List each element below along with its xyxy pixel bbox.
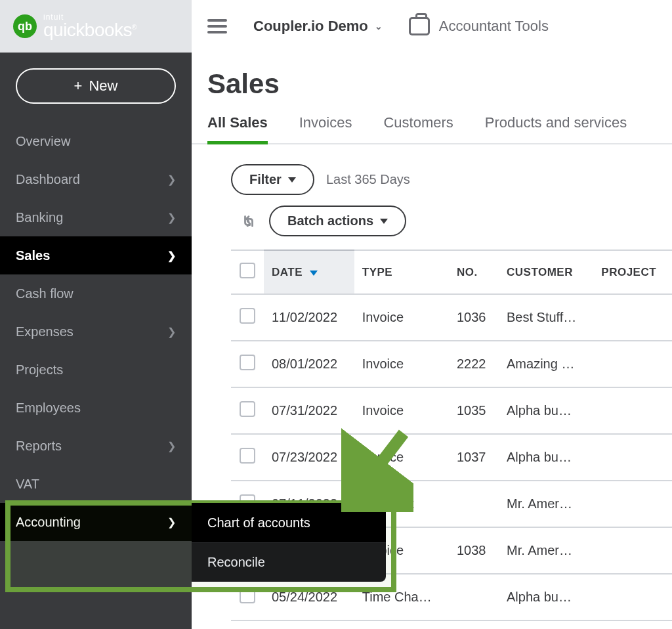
import-arrow-icon[interactable] — [242, 212, 256, 230]
nav-item-banking[interactable]: Banking ❯ — [0, 198, 192, 236]
row-checkbox[interactable] — [240, 308, 255, 324]
filter-row-1: Filter Last 365 Days — [192, 144, 672, 200]
cell-date: 11/02/2022 — [264, 294, 354, 341]
nav-item-cash-flow[interactable]: Cash flow — [0, 274, 192, 313]
logo-icon: qb — [13, 14, 37, 38]
nav-item-accounting[interactable]: Accounting ❯ Chart of accounts Reconcile — [0, 503, 192, 541]
submenu-label: Chart of accounts — [207, 515, 310, 531]
nav-label: Dashboard — [16, 172, 80, 187]
tab-invoices[interactable]: Invoices — [299, 114, 352, 143]
batch-actions-label: Batch actions — [287, 213, 373, 228]
row-checkbox[interactable] — [240, 401, 255, 417]
cell-customer: Mr. Amer… — [499, 481, 593, 527]
cell-type: Invoice — [354, 341, 449, 387]
chevron-right-icon: ❯ — [167, 516, 176, 529]
cell-customer: Alpha bu… — [499, 387, 593, 434]
nav-label: Sales — [16, 248, 50, 263]
accountant-tools-button[interactable]: Accountant Tools — [409, 17, 549, 35]
checkbox[interactable] — [240, 263, 255, 278]
chevron-right-icon: ❯ — [167, 173, 176, 186]
cell-customer: Best Stuff… — [499, 294, 593, 341]
org-switcher[interactable]: Coupler.io Demo ⌄ — [253, 18, 383, 35]
th-label: DATE — [272, 266, 303, 278]
accountant-tools-label: Accountant Tools — [439, 18, 549, 35]
table-row[interactable]: 07/23/2022Invoice1037Alpha bu… — [231, 434, 672, 481]
org-name: Coupler.io Demo — [253, 18, 368, 35]
cell-project — [593, 387, 672, 434]
nav-label: Banking — [16, 210, 63, 225]
nav-label: Employees — [16, 401, 81, 416]
tab-products-services[interactable]: Products and services — [485, 114, 627, 143]
cell-no — [449, 574, 499, 620]
nav-item-dashboard[interactable]: Dashboard ❯ — [0, 160, 192, 198]
caret-down-icon — [380, 219, 388, 224]
sidebar: qb intuit quickbooks® + New Overview Das… — [0, 0, 192, 629]
cell-no: 1038 — [449, 527, 499, 574]
filter-range-text: Last 365 Days — [326, 172, 410, 187]
nav-item-reports[interactable]: Reports ❯ — [0, 427, 192, 465]
tab-customers[interactable]: Customers — [383, 114, 453, 143]
th-project[interactable]: PROJECT — [593, 250, 672, 294]
cell-customer: Alpha bu… — [499, 434, 593, 481]
chevron-right-icon: ❯ — [167, 249, 176, 262]
cell-project — [593, 481, 672, 527]
th-date[interactable]: DATE — [264, 250, 354, 294]
nav-list: Overview Dashboard ❯ Banking ❯ Sales ❯ C… — [0, 122, 192, 541]
cell-customer: Mr. Amer… — [499, 527, 593, 574]
logo-text: intuit quickbooks® — [43, 13, 136, 39]
submenu-reconcile[interactable]: Reconcile — [192, 542, 386, 582]
cell-date: 07/23/2022 — [264, 434, 354, 481]
nav-label: Cash flow — [16, 286, 74, 301]
accounting-submenu: Chart of accounts Reconcile — [192, 503, 386, 582]
cell-customer: Amazing … — [499, 341, 593, 387]
chevron-down-icon: ⌄ — [375, 21, 383, 32]
cell-project — [593, 294, 672, 341]
nav-label: Reports — [16, 439, 62, 454]
th-customer[interactable]: CUSTOMER — [499, 250, 593, 294]
table-row[interactable]: 07/31/2022Invoice1035Alpha bu… — [231, 387, 672, 434]
cell-project — [593, 341, 672, 387]
cell-no: 1037 — [449, 434, 499, 481]
logo-bar: qb intuit quickbooks® — [0, 0, 192, 53]
cell-project — [593, 434, 672, 481]
table-row[interactable]: 08/01/2022Invoice2222Amazing … — [231, 341, 672, 387]
row-checkbox[interactable] — [240, 355, 255, 370]
th-no[interactable]: NO. — [449, 250, 499, 294]
nav-item-overview[interactable]: Overview — [0, 122, 192, 160]
nav-item-sales[interactable]: Sales ❯ — [0, 236, 192, 274]
cell-no: 1035 — [449, 387, 499, 434]
tab-all-sales[interactable]: All Sales — [207, 114, 268, 143]
hamburger-icon[interactable] — [207, 19, 227, 33]
row-checkbox[interactable] — [240, 448, 255, 464]
page-title: Sales — [192, 53, 672, 114]
nav-item-expenses[interactable]: Expenses ❯ — [0, 313, 192, 351]
cell-type: Invoice — [354, 387, 449, 434]
cell-no: 2222 — [449, 341, 499, 387]
nav-item-employees[interactable]: Employees — [0, 389, 192, 427]
nav-item-vat[interactable]: VAT — [0, 465, 192, 503]
new-button[interactable]: + New — [16, 68, 176, 104]
table-row[interactable]: 11/02/2022Invoice1036Best Stuff… — [231, 294, 672, 341]
top-bar: Coupler.io Demo ⌄ Accountant Tools — [192, 0, 672, 53]
nav-item-projects[interactable]: Projects — [0, 351, 192, 389]
th-select-all[interactable] — [231, 250, 264, 294]
cell-type: Invoice — [354, 294, 449, 341]
submenu-chart-of-accounts[interactable]: Chart of accounts — [192, 503, 386, 542]
th-type[interactable]: TYPE — [354, 250, 449, 294]
nav-label: Projects — [16, 362, 63, 378]
row-checkbox[interactable] — [240, 588, 255, 603]
nav-label: Accounting — [16, 515, 81, 530]
briefcase-icon — [409, 17, 430, 35]
cell-type: Invoice — [354, 434, 449, 481]
cell-no: 1036 — [449, 294, 499, 341]
chevron-right-icon: ❯ — [167, 211, 176, 224]
filter-button[interactable]: Filter — [231, 164, 314, 195]
caret-down-icon — [288, 177, 296, 183]
filter-label: Filter — [249, 172, 282, 187]
plus-icon: + — [74, 77, 83, 95]
logo-product-text: quickbooks® — [43, 21, 136, 39]
cell-date: 08/01/2022 — [264, 341, 354, 387]
cell-project — [593, 527, 672, 574]
sort-desc-icon — [310, 271, 318, 276]
batch-actions-button[interactable]: Batch actions — [269, 206, 406, 236]
